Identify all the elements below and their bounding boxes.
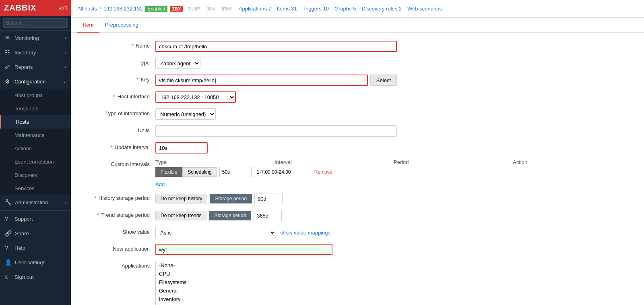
- tab-item[interactable]: Item: [77, 18, 99, 33]
- history-value-input[interactable]: [254, 193, 283, 204]
- history-no-keep-btn[interactable]: Do not keep history: [155, 194, 207, 203]
- select-button[interactable]: Select: [370, 75, 397, 86]
- units-row: Units: [83, 125, 632, 137]
- sidebar-item-administration[interactable]: 🔧 Administration ›: [0, 195, 71, 210]
- app-option-filesystems[interactable]: Filesystems: [156, 278, 272, 286]
- sidebar-item-help[interactable]: ? Help: [0, 241, 71, 255]
- sidebar-item-reports[interactable]: ☍ Reports ›: [0, 60, 71, 74]
- ci-remove-link[interactable]: Remove: [314, 169, 332, 175]
- nav-link-web-scenarios[interactable]: Web scenarios: [407, 6, 442, 12]
- monitoring-arrow: ›: [65, 36, 66, 40]
- name-label: * Name: [83, 41, 155, 49]
- inventory-arrow: ›: [65, 50, 66, 55]
- units-input[interactable]: [155, 125, 397, 137]
- logo-text: ZABBIX: [4, 3, 36, 12]
- sidebar-monitoring-label: Monitoring: [14, 35, 39, 41]
- sidebar-item-monitoring[interactable]: 👁 Monitoring ›: [0, 31, 71, 45]
- new-application-control: [155, 244, 397, 255]
- app-option-inventory[interactable]: Inventory: [156, 295, 272, 303]
- nav-link-graphs[interactable]: Graphs 5: [334, 6, 356, 12]
- tag-zbx: ZBX: [170, 6, 183, 12]
- configuration-submenu: Host groups Templates Hosts Maintenance …: [0, 89, 71, 195]
- sidebar-item-share[interactable]: 🔗 Share: [0, 226, 71, 241]
- sidebar-item-inventory[interactable]: ☷ Inventory ›: [0, 45, 71, 60]
- main-content: All hosts / 192.168.232.132 Enabled ZBX …: [71, 0, 644, 305]
- type-select[interactable]: Zabbix agent: [155, 58, 200, 69]
- ci-type-buttons: Flexible Scheduling: [155, 167, 217, 177]
- trend-storage-period-btn[interactable]: Storage period: [209, 211, 251, 220]
- nav-link-discovery-rules[interactable]: Discovery rules 2: [361, 6, 402, 12]
- ci-action-header: Action: [513, 159, 632, 165]
- collapse-icon[interactable]: «: [59, 5, 62, 11]
- new-application-input[interactable]: [155, 244, 332, 255]
- type-of-info-control: Numeric (unsigned): [155, 108, 397, 120]
- show-value-label: Show value: [83, 227, 155, 235]
- sidebar-item-hosts[interactable]: Hosts: [0, 115, 71, 129]
- tab-preprocessing[interactable]: Preprocessing: [99, 18, 144, 33]
- configuration-icon: ⚙: [5, 78, 11, 85]
- nav-link-triggers[interactable]: Triggers 10: [303, 6, 329, 12]
- administration-arrow: ›: [65, 200, 66, 205]
- search-input[interactable]: [3, 18, 68, 28]
- support-icon: ?: [5, 216, 11, 222]
- ci-scheduling-btn[interactable]: Scheduling: [182, 167, 217, 177]
- sidebar-item-maintenance[interactable]: Maintenance: [0, 129, 71, 142]
- signout-icon: ⎋: [5, 274, 11, 280]
- type-of-info-row: Type of information Numeric (unsigned): [83, 108, 632, 120]
- app-option-none[interactable]: -None-: [156, 261, 272, 270]
- ci-period-header: Period: [394, 159, 513, 165]
- update-interval-control: [155, 142, 397, 154]
- trend-value-input[interactable]: [254, 210, 282, 221]
- name-control: [155, 41, 397, 52]
- key-input[interactable]: [155, 75, 368, 86]
- new-application-label: New application: [83, 244, 155, 252]
- nav-link-items[interactable]: Items 31: [277, 6, 297, 12]
- host-interface-select[interactable]: 192.168.232.132 : 10050: [155, 91, 236, 103]
- ci-flexible-btn[interactable]: Flexible: [155, 167, 182, 177]
- type-of-info-select[interactable]: Numeric (unsigned): [155, 108, 216, 120]
- applications-control: -None- CPU Filesystems General Inventory…: [155, 261, 397, 305]
- sidebar-item-support[interactable]: ? Support: [0, 212, 71, 226]
- help-label: Help: [14, 245, 25, 251]
- breadcrumb-ip[interactable]: 192.168.232.132: [103, 6, 143, 12]
- show-value-control: As is show value mappings: [155, 227, 397, 238]
- sidebar-item-configuration[interactable]: ⚙ Configuration ⌄: [0, 74, 71, 89]
- trend-no-keep-btn[interactable]: Do not keep trends: [155, 211, 206, 220]
- show-value-select[interactable]: As is: [155, 227, 276, 238]
- sidebar-item-sign-out[interactable]: ⎋ Sign out: [0, 270, 71, 284]
- sidebar-item-discovery[interactable]: Discovery: [0, 168, 71, 182]
- breadcrumb-all-hosts[interactable]: All hosts: [77, 6, 97, 12]
- sidebar-item-user-settings[interactable]: 👤 User settings: [0, 255, 71, 270]
- update-interval-input[interactable]: [155, 142, 208, 154]
- sidebar-item-services[interactable]: Services: [0, 182, 71, 195]
- nav-link-applications[interactable]: Applications 7: [239, 6, 271, 12]
- ci-period-input[interactable]: [254, 167, 310, 177]
- app-option-cpu[interactable]: CPU: [156, 270, 272, 278]
- trend-storage-label: * Trend storage period: [83, 210, 155, 218]
- breadcrumb-sep: /: [99, 6, 101, 12]
- show-value-mappings-link[interactable]: show value mappings: [280, 230, 330, 236]
- update-interval-label: * Update interval: [83, 142, 155, 150]
- sidebar-administration-label: Administration: [15, 199, 48, 205]
- app-option-general[interactable]: General: [156, 286, 272, 295]
- tag-ipmi: IPMI: [220, 6, 233, 12]
- reports-arrow: ›: [65, 65, 66, 69]
- app-option-network-interfaces[interactable]: Network interfaces: [156, 303, 272, 305]
- ci-add-link[interactable]: Add: [155, 181, 165, 187]
- share-label: Share: [15, 230, 29, 237]
- ci-interval-input[interactable]: [219, 167, 252, 177]
- history-storage-period-btn[interactable]: Storage period: [210, 194, 252, 203]
- sidebar-item-event-correlation[interactable]: Event correlation: [0, 155, 71, 168]
- expand-icon[interactable]: □: [64, 5, 67, 11]
- sidebar-item-templates[interactable]: Templates: [0, 102, 71, 115]
- sidebar-logo: ZABBIX « □: [0, 0, 71, 16]
- collapse-icons[interactable]: « □: [59, 5, 67, 11]
- sidebar-item-host-groups[interactable]: Host groups: [0, 89, 71, 102]
- user-icon: 👤: [5, 259, 12, 266]
- name-input[interactable]: [155, 41, 397, 52]
- ci-headers: Type Interval Period Action: [155, 159, 632, 165]
- sidebar-item-actions[interactable]: Actions: [0, 142, 71, 155]
- applications-listbox[interactable]: -None- CPU Filesystems General Inventory…: [155, 261, 272, 305]
- tag-snmp: SNMP: [185, 6, 202, 12]
- ci-interval-header: Interval: [275, 159, 394, 165]
